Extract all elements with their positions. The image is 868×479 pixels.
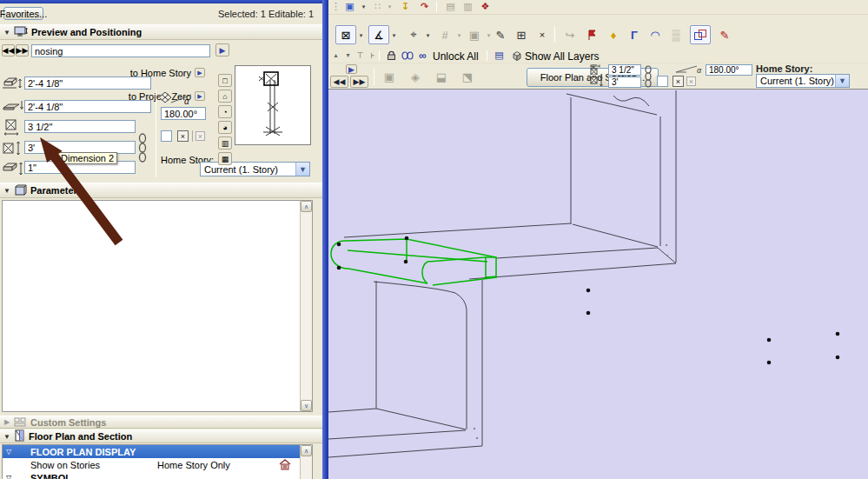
unlock-chain-icon[interactable] xyxy=(400,49,414,62)
tool-rotate-icon[interactable]: ◈ xyxy=(405,67,426,86)
link-dimensions-icon[interactable] xyxy=(137,132,148,165)
preview-3d-icon[interactable]: ◔ xyxy=(218,105,232,118)
anchor-point-icon[interactable]: × xyxy=(177,130,189,142)
glasses-icon[interactable]: ∞ xyxy=(415,49,430,62)
dialog-border-right[interactable] xyxy=(322,0,328,479)
preview-section-icon[interactable]: ▥ xyxy=(218,136,232,150)
attribute-table-icon[interactable]: ⊞ xyxy=(511,25,532,44)
info-bar-expand-icon[interactable]: ▶ xyxy=(346,64,357,74)
tool-elevate-icon[interactable]: ⬔ xyxy=(457,67,478,86)
anchor-point2-icon[interactable]: × xyxy=(195,131,205,141)
marquee-intersect-icon[interactable]: ⊠ xyxy=(335,25,356,44)
level-marker-icon[interactable]: ♦ xyxy=(603,25,624,44)
chevron-down-icon[interactable]: ▼ xyxy=(295,163,309,176)
section-header-floor-plan-section[interactable]: ▼ Floor Plan and Section xyxy=(0,429,322,443)
element-info-icon[interactable]: ⌖ xyxy=(403,25,424,44)
preview-info-icon[interactable]: ▦ xyxy=(218,152,232,165)
parameters-scrollbar[interactable]: ∧ ∨ xyxy=(300,201,312,411)
select-elements-icon[interactable]: ▣ xyxy=(342,0,357,13)
fillet-icon[interactable]: ◠ xyxy=(645,25,666,44)
object-name-input[interactable] xyxy=(31,44,210,57)
infobar-anchor-box-icon[interactable]: × xyxy=(673,76,684,87)
selection-frames-icon[interactable] xyxy=(690,25,711,44)
grid-snap-icon[interactable]: # xyxy=(434,25,455,44)
clipped-icon[interactable]: ⋮ xyxy=(328,0,343,13)
delete-icon[interactable]: × xyxy=(532,25,553,44)
infobar-link-dimensions-icon[interactable] xyxy=(644,65,653,90)
selected-nosing-element[interactable] xyxy=(331,239,497,285)
publisher-icon[interactable]: ❖ xyxy=(478,0,493,13)
lock-icon[interactable] xyxy=(384,49,399,62)
group-dropdown-icon[interactable]: ▾ xyxy=(386,3,394,10)
group-row-floor-plan-display[interactable]: ▽ FLOOR PLAN DISPLAY xyxy=(3,445,312,458)
infobar-angle-input[interactable] xyxy=(706,64,752,76)
corner-window-icon[interactable]: Γ xyxy=(624,25,645,44)
to-home-story-menu-icon[interactable]: ▶ xyxy=(195,68,205,77)
layers-cube-icon[interactable] xyxy=(509,49,524,62)
project-zero-offset-input[interactable] xyxy=(24,100,151,113)
group-collapse-icon[interactable]: ▽ xyxy=(3,474,15,479)
collapse-triangle-icon[interactable]: ▼ xyxy=(0,433,14,441)
infobar-dimension1-input[interactable] xyxy=(608,64,641,76)
section-header-parameters[interactable]: ▼ Parameters xyxy=(0,183,322,198)
section-header-custom-settings[interactable]: ▶ Custom Settings xyxy=(0,416,322,429)
show-all-layers-button[interactable]: Show All Layers xyxy=(525,50,599,63)
highlight-pen-icon[interactable]: ✎ xyxy=(714,25,735,44)
preview-shaded-icon[interactable]: ◕ xyxy=(218,121,232,134)
mirror-checkbox[interactable] xyxy=(161,130,172,142)
plot-icon[interactable]: ▥ xyxy=(461,0,475,13)
grid-snap-dropdown-icon[interactable]: ▾ xyxy=(455,32,463,39)
object-preview[interactable] xyxy=(235,65,311,145)
send-to-back-icon[interactable]: ⊦ xyxy=(365,49,380,62)
print-icon[interactable]: ▤ xyxy=(443,0,458,13)
rotation-angle-input[interactable] xyxy=(161,107,206,120)
dimension1-input[interactable] xyxy=(24,120,136,133)
group-collapse-icon[interactable]: ▽ xyxy=(3,448,15,456)
select-elements-dropdown-icon[interactable]: ▾ xyxy=(360,3,368,10)
previous-icon[interactable]: ◀◀ xyxy=(330,76,348,88)
home-story-offset-input[interactable] xyxy=(24,77,151,90)
marquee-dropdown-icon[interactable]: ▾ xyxy=(357,32,365,39)
tool-default-icon[interactable]: ▣ xyxy=(379,67,400,86)
pick-up-parameters-icon[interactable]: ↷ xyxy=(417,0,432,13)
scroll-up-icon[interactable]: ∧ xyxy=(301,445,312,456)
unlock-all-button[interactable]: Unlock All xyxy=(433,50,479,63)
preview-front-icon[interactable]: ⌂ xyxy=(218,90,232,103)
home-story-select[interactable]: Current (1. Story) ▼ xyxy=(200,162,310,176)
next-object-icon[interactable]: ▶▶ xyxy=(16,44,29,57)
infobar-anchor-box2-icon[interactable]: × xyxy=(686,77,696,86)
expand-triangle-icon[interactable]: ▶ xyxy=(0,418,14,426)
infobar-home-story-select[interactable]: Current (1. Story) ▼ xyxy=(756,74,850,88)
parameters-list[interactable]: ∧ ∨ xyxy=(2,200,313,412)
layer-settings-icon[interactable]: ▤ xyxy=(492,49,507,62)
group-row-symbol[interactable]: ▽ SYMBOL xyxy=(3,471,312,479)
scroll-up-icon[interactable]: ∧ xyxy=(301,201,312,212)
element-info-dropdown-icon[interactable]: ▾ xyxy=(424,32,432,39)
duplicate-icon[interactable]: ▣ xyxy=(464,25,485,44)
stamp-icon[interactable]: ▒ xyxy=(666,25,686,44)
collapse-triangle-icon[interactable]: ▼ xyxy=(0,29,14,37)
preview-2d-icon[interactable]: □ xyxy=(218,74,232,87)
pen-sets-icon[interactable]: ✎ xyxy=(490,25,511,44)
setting-value[interactable]: Home Story Only xyxy=(157,460,230,470)
chevron-down-icon[interactable]: ▼ xyxy=(835,75,849,87)
drop-to-story-icon[interactable]: ↧ xyxy=(398,0,413,13)
quick-select-dropdown-icon[interactable]: ▾ xyxy=(390,32,398,39)
object-browser-expand-icon[interactable]: ▶ xyxy=(215,43,229,57)
infobar-dimension2-input[interactable] xyxy=(608,77,641,88)
group-dots-icon[interactable]: ∷ xyxy=(370,0,385,13)
floor-plan-scrollbar[interactable]: ∧ xyxy=(300,445,312,479)
favorites-button[interactable]: Favorites... xyxy=(3,7,43,20)
drawing-canvas[interactable] xyxy=(328,89,868,479)
prev-object-icon[interactable]: ◀◀ xyxy=(2,44,15,57)
flag-icon[interactable] xyxy=(582,25,603,44)
infobar-checkbox[interactable] xyxy=(657,76,668,87)
setting-row-show-on-stories[interactable]: Show on Stories Home Story Only xyxy=(3,458,312,471)
quick-select-icon[interactable]: ∡ xyxy=(368,25,389,44)
scroll-down-icon[interactable]: ∨ xyxy=(301,400,312,411)
section-header-preview-positioning[interactable]: ▼ Preview and Positioning xyxy=(0,24,322,40)
orient-icon[interactable]: ↪ xyxy=(560,25,580,44)
tool-mirror-icon[interactable]: ⬓ xyxy=(431,67,452,86)
collapse-triangle-icon[interactable]: ▼ xyxy=(0,187,14,195)
next-icon[interactable]: ▶▶ xyxy=(350,76,368,88)
